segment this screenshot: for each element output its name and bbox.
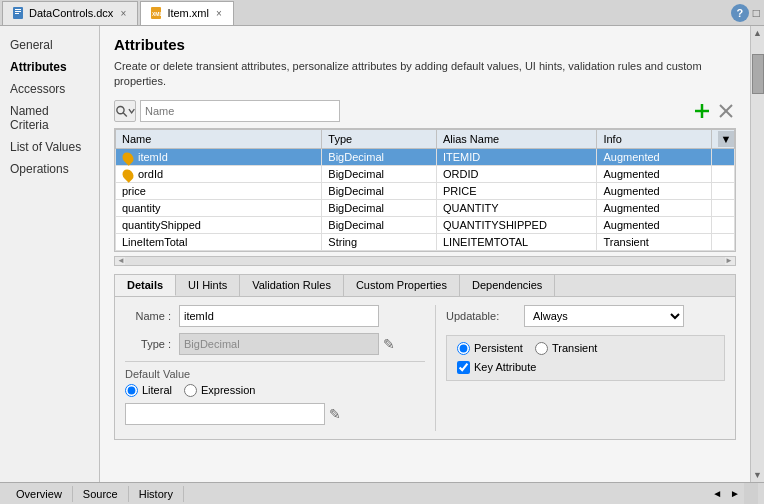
radio-expression-input[interactable] xyxy=(184,384,197,397)
search-icon xyxy=(115,104,128,118)
sidebar-item-general[interactable]: General xyxy=(0,34,99,56)
cell-empty xyxy=(712,182,735,199)
name-field-input[interactable] xyxy=(179,305,379,327)
table-row[interactable]: itemIdBigDecimalITEMIDAugmented xyxy=(116,148,735,165)
table-row[interactable]: LineItemTotalStringLINEITEMTOTALTransien… xyxy=(116,233,735,250)
type-field-row: Type : ✎ xyxy=(125,333,425,355)
svg-text:XML: XML xyxy=(152,11,163,17)
tab-dependencies[interactable]: Dependencies xyxy=(460,275,555,296)
cell-alias: ORDID xyxy=(436,165,596,182)
cell-type: BigDecimal xyxy=(322,182,437,199)
key-attribute-label: Key Attribute xyxy=(474,361,536,373)
cell-alias: LINEITEMTOTAL xyxy=(436,233,596,250)
key-icon xyxy=(120,150,136,166)
cell-name: price xyxy=(116,182,322,199)
tab-details-content: Name : Type : ✎ Default Value xyxy=(115,297,735,439)
sidebar-item-operations[interactable]: Operations xyxy=(0,158,99,180)
table-row[interactable]: ordIdBigDecimalORDIDAugmented xyxy=(116,165,735,182)
default-value-input-row: ✎ xyxy=(125,403,425,425)
sidebar-item-list-of-values[interactable]: List of Values xyxy=(0,136,99,158)
top-tab-bar: DataControls.dcx × XML Item.xml × ? □ xyxy=(0,0,764,26)
help-icon[interactable]: ? xyxy=(731,4,749,22)
cell-empty xyxy=(712,148,735,165)
tab-itemxml[interactable]: XML Item.xml × xyxy=(140,1,234,25)
details-two-col: Name : Type : ✎ Default Value xyxy=(125,305,725,431)
add-attribute-button[interactable] xyxy=(692,101,712,121)
radio-literal[interactable]: Literal xyxy=(125,384,172,397)
tab-ui-hints[interactable]: UI Hints xyxy=(176,275,240,296)
radio-row: Literal Expression xyxy=(125,384,425,397)
status-tab-overview[interactable]: Overview xyxy=(6,486,73,502)
cell-alias: QUANTITY xyxy=(436,199,596,216)
tab-datacontrols[interactable]: DataControls.dcx × xyxy=(2,1,138,25)
table-row[interactable]: quantityShippedBigDecimalQUANTITYSHIPPED… xyxy=(116,216,735,233)
delete-attribute-button[interactable] xyxy=(716,101,736,121)
col-header-type: Type xyxy=(322,129,437,148)
tab-itemxml-close[interactable]: × xyxy=(213,7,225,19)
key-attribute-checkbox[interactable] xyxy=(457,361,470,374)
sidebar-item-attributes[interactable]: Attributes xyxy=(0,56,99,78)
search-input[interactable] xyxy=(140,100,340,122)
status-scroll-right[interactable]: ► xyxy=(726,488,744,499)
cell-type: BigDecimal xyxy=(322,199,437,216)
cell-type: BigDecimal xyxy=(322,216,437,233)
scroll-up-btn[interactable]: ▲ xyxy=(753,26,762,40)
table-container: Name Type Alias Name Info ▼ itemIdBigDec… xyxy=(114,128,736,252)
bottom-panel: Details UI Hints Validation Rules Custom… xyxy=(114,274,736,440)
tab-custom-properties[interactable]: Custom Properties xyxy=(344,275,460,296)
corner-resize[interactable] xyxy=(744,483,758,505)
tab-details[interactable]: Details xyxy=(115,275,176,296)
sidebar-item-accessors[interactable]: Accessors xyxy=(0,78,99,100)
details-left: Name : Type : ✎ Default Value xyxy=(125,305,435,431)
status-bar: Overview Source History ◄ ► xyxy=(0,482,764,504)
col-header-dropdown[interactable]: ▼ xyxy=(712,129,735,148)
status-scroll-left[interactable]: ◄ xyxy=(708,488,726,499)
cell-empty xyxy=(712,216,735,233)
radio-literal-input[interactable] xyxy=(125,384,138,397)
maximize-icon[interactable]: □ xyxy=(753,6,760,20)
content-area: Attributes Create or delete transient at… xyxy=(100,26,750,482)
name-field-label: Name : xyxy=(125,310,175,322)
horizontal-scrollbar[interactable]: ◄ ► xyxy=(114,256,736,266)
table-row[interactable]: priceBigDecimalPRICEAugmented xyxy=(116,182,735,199)
tab-validation-rules[interactable]: Validation Rules xyxy=(240,275,344,296)
bottom-tabs-row: Details UI Hints Validation Rules Custom… xyxy=(115,275,735,297)
radio-transient[interactable]: Transient xyxy=(535,342,597,355)
vertical-scrollbar[interactable]: ▲ ▼ xyxy=(750,26,764,482)
scroll-thumb[interactable] xyxy=(752,54,764,94)
col-header-alias: Alias Name xyxy=(436,129,596,148)
section-desc: Create or delete transient attributes, p… xyxy=(114,59,736,90)
cell-empty xyxy=(712,165,735,182)
status-tab-source[interactable]: Source xyxy=(73,486,129,502)
sidebar: General Attributes Accessors Named Crite… xyxy=(0,26,100,482)
search-dropdown-btn[interactable] xyxy=(114,100,136,122)
status-tab-history[interactable]: History xyxy=(129,486,184,502)
tab-datacontrols-close[interactable]: × xyxy=(117,7,129,19)
type-edit-icon[interactable]: ✎ xyxy=(383,336,395,352)
cell-type: BigDecimal xyxy=(322,148,437,165)
section-title: Attributes xyxy=(114,36,736,53)
cell-info: Augmented xyxy=(597,199,712,216)
scroll-down-btn[interactable]: ▼ xyxy=(753,468,762,482)
radio-transient-input[interactable] xyxy=(535,342,548,355)
cell-empty xyxy=(712,233,735,250)
radio-expression[interactable]: Expression xyxy=(184,384,255,397)
cell-name: quantity xyxy=(116,199,322,216)
radio-persistent[interactable]: Persistent xyxy=(457,342,523,355)
cell-alias: QUANTITYSHIPPED xyxy=(436,216,596,233)
table-row[interactable]: quantityBigDecimalQUANTITYAugmented xyxy=(116,199,735,216)
updatable-select[interactable]: Always Never While New xyxy=(524,305,684,327)
cell-alias: PRICE xyxy=(436,182,596,199)
radio-persistent-input[interactable] xyxy=(457,342,470,355)
default-value-input[interactable] xyxy=(125,403,325,425)
main-layout: General Attributes Accessors Named Crite… xyxy=(0,26,764,482)
top-right-icons: ? □ xyxy=(731,4,764,22)
updatable-label: Updatable: xyxy=(446,310,516,322)
cell-info: Augmented xyxy=(597,182,712,199)
add-icon xyxy=(693,102,711,120)
col-header-info: Info xyxy=(597,129,712,148)
default-value-edit-icon[interactable]: ✎ xyxy=(329,406,341,422)
cell-empty xyxy=(712,199,735,216)
sidebar-item-named-criteria[interactable]: Named Criteria xyxy=(0,100,99,136)
dc-file-icon xyxy=(11,6,25,20)
